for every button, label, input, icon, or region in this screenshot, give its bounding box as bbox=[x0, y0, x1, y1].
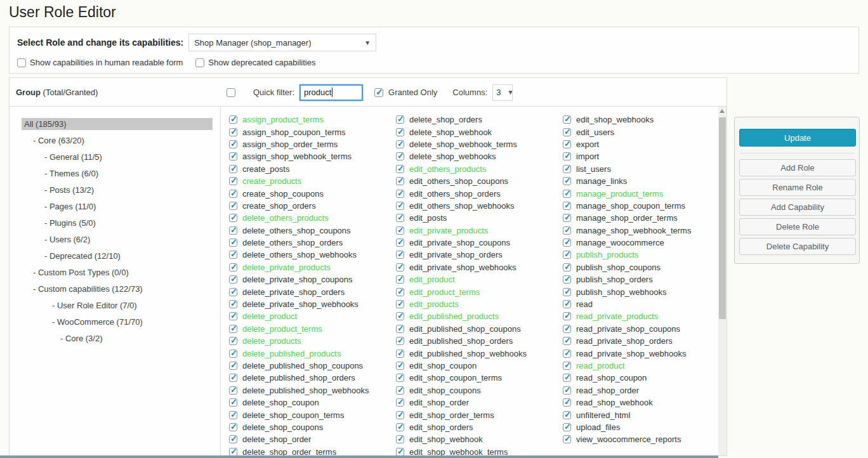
group-tree-item[interactable]: - Users (6/2) bbox=[10, 231, 220, 247]
capability-checkbox[interactable] bbox=[229, 411, 237, 419]
capability-checkbox[interactable] bbox=[229, 435, 237, 443]
select-all-checkbox[interactable] bbox=[227, 88, 235, 97]
capability-checkbox[interactable] bbox=[396, 251, 404, 259]
capability-checkbox[interactable] bbox=[229, 190, 237, 198]
capability-checkbox[interactable] bbox=[229, 239, 237, 247]
capability-checkbox[interactable] bbox=[229, 177, 237, 185]
granted-only-checkbox[interactable] bbox=[374, 88, 383, 97]
capability-checkbox[interactable] bbox=[396, 325, 404, 333]
capability-checkbox[interactable] bbox=[563, 115, 571, 124]
capability-checkbox[interactable] bbox=[229, 275, 237, 284]
capability-checkbox[interactable] bbox=[396, 300, 404, 308]
capability-checkbox[interactable] bbox=[563, 128, 571, 136]
capability-checkbox[interactable] bbox=[229, 152, 237, 160]
capability-checkbox[interactable] bbox=[563, 226, 571, 235]
capability-checkbox[interactable] bbox=[563, 275, 571, 284]
capability-checkbox[interactable] bbox=[229, 263, 237, 272]
group-tree-item[interactable]: - User Role Editor (7/0) bbox=[10, 297, 220, 313]
capability-checkbox[interactable] bbox=[396, 177, 404, 185]
capability-checkbox[interactable] bbox=[563, 411, 571, 419]
capability-checkbox[interactable] bbox=[396, 423, 404, 431]
capability-checkbox[interactable] bbox=[563, 190, 571, 198]
capability-checkbox[interactable] bbox=[229, 362, 237, 370]
deprecated-checkbox[interactable] bbox=[195, 58, 204, 67]
scroll-up-icon[interactable] bbox=[720, 109, 725, 113]
columns-select[interactable]: 3 ▼ bbox=[492, 84, 513, 101]
capability-checkbox[interactable] bbox=[563, 325, 571, 333]
capability-checkbox[interactable] bbox=[396, 128, 404, 136]
delete-capability-button[interactable]: Delete Capability bbox=[739, 238, 856, 255]
capability-checkbox[interactable] bbox=[229, 202, 237, 210]
group-tree-item[interactable]: - Pages (11/0) bbox=[10, 198, 220, 214]
group-tree-item[interactable]: - Posts (13/2) bbox=[10, 181, 220, 198]
add-capability-button[interactable]: Add Capability bbox=[739, 199, 856, 216]
update-button[interactable]: Update bbox=[739, 129, 856, 147]
capability-checkbox[interactable] bbox=[396, 202, 404, 210]
capability-checkbox[interactable] bbox=[396, 411, 404, 419]
capability-checkbox[interactable] bbox=[396, 448, 404, 456]
capability-checkbox[interactable] bbox=[396, 435, 404, 443]
capability-checkbox[interactable] bbox=[396, 337, 404, 345]
group-tree-item[interactable]: - WooCommerce (71/70) bbox=[10, 313, 220, 330]
capability-checkbox[interactable] bbox=[229, 288, 237, 296]
group-tree-item[interactable]: - Deprecated (12/10) bbox=[10, 247, 220, 264]
quick-filter-input[interactable]: product bbox=[299, 84, 363, 101]
capability-checkbox[interactable] bbox=[229, 350, 237, 358]
group-tree-item[interactable]: - Plugins (5/0) bbox=[10, 214, 220, 231]
capability-checkbox[interactable] bbox=[396, 275, 404, 284]
capability-checkbox[interactable] bbox=[229, 300, 237, 308]
capability-checkbox[interactable] bbox=[563, 312, 571, 320]
capability-checkbox[interactable] bbox=[229, 115, 237, 124]
capability-checkbox[interactable] bbox=[563, 350, 571, 358]
capability-checkbox[interactable] bbox=[563, 362, 571, 370]
capability-checkbox[interactable] bbox=[229, 374, 237, 382]
vertical-scrollbar[interactable] bbox=[718, 107, 727, 455]
capability-checkbox[interactable] bbox=[396, 115, 404, 124]
capability-checkbox[interactable] bbox=[229, 325, 237, 333]
capability-checkbox[interactable] bbox=[396, 374, 404, 382]
capability-checkbox[interactable] bbox=[563, 165, 571, 173]
capability-checkbox[interactable] bbox=[563, 140, 571, 148]
human-readable-checkbox[interactable] bbox=[17, 58, 26, 67]
scrollbar-thumb[interactable] bbox=[719, 117, 726, 319]
group-tree-item[interactable]: - Core (3/2) bbox=[10, 330, 220, 346]
rename-role-button[interactable]: Rename Role bbox=[739, 179, 856, 196]
capability-checkbox[interactable] bbox=[563, 214, 571, 222]
role-select[interactable]: Shop Manager (shop_manager) ▼ bbox=[188, 34, 376, 51]
capability-checkbox[interactable] bbox=[229, 251, 237, 259]
capability-checkbox[interactable] bbox=[396, 263, 404, 272]
delete-role-button[interactable]: Delete Role bbox=[739, 218, 856, 235]
capability-checkbox[interactable] bbox=[563, 300, 571, 308]
capability-checkbox[interactable] bbox=[229, 140, 237, 148]
capability-checkbox[interactable] bbox=[396, 190, 404, 198]
capability-checkbox[interactable] bbox=[229, 165, 237, 173]
group-tree-item[interactable]: - Custom Post Types (0/0) bbox=[10, 264, 220, 280]
capability-checkbox[interactable] bbox=[229, 386, 237, 395]
capability-checkbox[interactable] bbox=[229, 214, 237, 222]
capability-checkbox[interactable] bbox=[563, 288, 571, 296]
capability-checkbox[interactable] bbox=[229, 226, 237, 235]
group-tree-item[interactable]: All (185/93) bbox=[10, 115, 220, 132]
capability-checkbox[interactable] bbox=[563, 398, 571, 407]
capability-checkbox[interactable] bbox=[563, 423, 571, 431]
capability-checkbox[interactable] bbox=[396, 214, 404, 222]
add-role-button[interactable]: Add Role bbox=[739, 159, 856, 176]
capability-checkbox[interactable] bbox=[563, 337, 571, 345]
capability-checkbox[interactable] bbox=[229, 398, 237, 407]
capability-checkbox[interactable] bbox=[396, 288, 404, 296]
capability-checkbox[interactable] bbox=[563, 251, 571, 259]
capability-checkbox[interactable] bbox=[563, 263, 571, 272]
capability-checkbox[interactable] bbox=[563, 202, 571, 210]
capability-checkbox[interactable] bbox=[563, 239, 571, 247]
capability-checkbox[interactable] bbox=[229, 423, 237, 431]
group-tree-item[interactable]: - Themes (6/0) bbox=[10, 165, 220, 181]
capability-checkbox[interactable] bbox=[563, 435, 571, 443]
capability-checkbox[interactable] bbox=[563, 374, 571, 382]
capability-checkbox[interactable] bbox=[396, 165, 404, 173]
capability-checkbox[interactable] bbox=[396, 226, 404, 235]
capability-checkbox[interactable] bbox=[229, 448, 237, 456]
capability-checkbox[interactable] bbox=[563, 177, 571, 185]
capability-checkbox[interactable] bbox=[396, 386, 404, 395]
group-tree-item[interactable]: - General (11/5) bbox=[10, 148, 220, 165]
capability-checkbox[interactable] bbox=[396, 398, 404, 407]
